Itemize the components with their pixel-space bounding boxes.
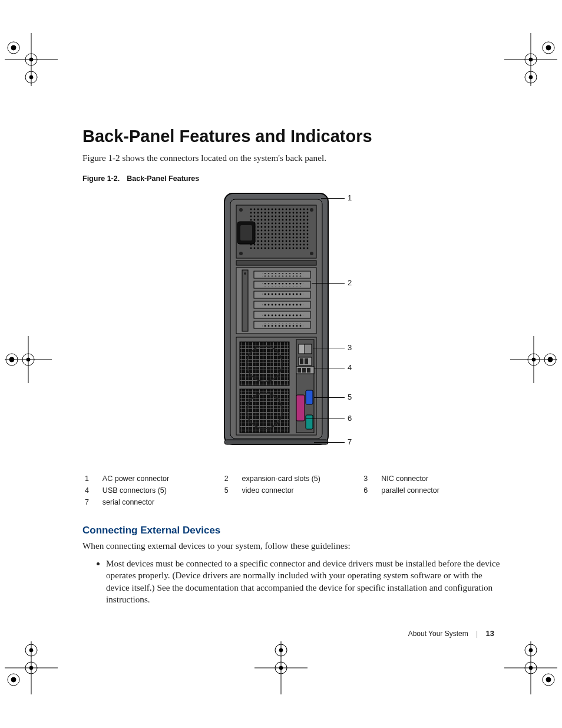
callout-4: 4 — [348, 363, 352, 372]
svg-point-4 — [25, 54, 37, 65]
svg-point-9 — [546, 45, 551, 50]
svg-rect-75 — [262, 293, 303, 297]
page-number: 13 — [486, 629, 494, 638]
legend-num: 4 — [82, 485, 100, 496]
guidelines-list: Most devices must be connected to a spec… — [82, 558, 501, 606]
svg-rect-63 — [236, 261, 316, 265]
body-paragraph: When connecting external devices to your… — [82, 540, 501, 552]
svg-rect-82 — [305, 344, 312, 354]
crop-mark-icon — [254, 641, 308, 694]
page-footer: About Your System | 13 — [408, 629, 494, 638]
callout-2: 2 — [348, 278, 352, 287]
figure-number: Figure 1-2. — [82, 174, 120, 183]
legend-label: USB connectors (5) — [100, 485, 222, 496]
svg-point-24 — [528, 354, 540, 365]
footer-section-title: About Your System — [408, 630, 468, 638]
legend-label: serial connector — [100, 496, 222, 508]
svg-point-40 — [275, 662, 287, 674]
svg-rect-89 — [307, 368, 310, 373]
svg-point-19 — [27, 358, 30, 361]
svg-point-60 — [310, 208, 313, 212]
callout-5: 5 — [348, 393, 352, 401]
svg-rect-56 — [250, 207, 309, 249]
legend-label: video connector — [240, 485, 362, 496]
legend-label: expansion-card slots (5) — [240, 473, 362, 485]
page-content: Back-Panel Features and Indicators Figur… — [82, 127, 501, 611]
footer-separator: | — [476, 630, 478, 638]
legend-num: 7 — [82, 496, 100, 508]
svg-rect-77 — [262, 313, 303, 317]
svg-point-46 — [525, 662, 537, 674]
svg-rect-76 — [262, 303, 303, 307]
figure-title: Back-Panel Features — [127, 174, 199, 183]
crop-mark-icon — [504, 33, 557, 86]
svg-rect-74 — [262, 283, 303, 286]
svg-point-26 — [544, 354, 556, 365]
crop-mark-icon — [510, 336, 557, 383]
list-item: Most devices must be connected to a spec… — [106, 558, 501, 606]
svg-rect-88 — [302, 368, 306, 373]
svg-point-18 — [22, 354, 34, 365]
svg-point-1 — [11, 45, 16, 50]
legend-label: parallel connector — [379, 485, 501, 496]
back-panel-diagram: 1 2 3 4 5 6 7 — [221, 190, 362, 449]
svg-point-25 — [532, 358, 535, 361]
svg-rect-91 — [296, 395, 305, 421]
svg-point-49 — [546, 677, 551, 682]
subsection-heading: Connecting External Devices — [82, 525, 501, 536]
svg-point-37 — [279, 648, 283, 652]
svg-point-62 — [310, 252, 313, 255]
svg-rect-90 — [306, 390, 313, 404]
svg-point-7 — [29, 75, 33, 79]
svg-point-15 — [529, 75, 533, 79]
crop-mark-icon — [5, 33, 58, 86]
svg-rect-97 — [224, 440, 328, 444]
section-heading: Back-Panel Features and Indicators — [82, 127, 501, 146]
svg-point-8 — [543, 42, 554, 54]
crop-mark-icon — [504, 641, 557, 694]
svg-point-43 — [529, 648, 533, 652]
figure-legend: 1 AC power connector 2 expansion-card sl… — [82, 473, 501, 508]
svg-rect-87 — [297, 368, 301, 373]
legend-label: NIC connector — [379, 473, 501, 485]
legend-num: 2 — [222, 473, 240, 485]
svg-point-28 — [25, 644, 37, 656]
svg-point-13 — [529, 58, 533, 61]
svg-point-5 — [29, 58, 33, 61]
svg-point-27 — [548, 357, 553, 362]
svg-rect-58 — [240, 225, 252, 241]
svg-point-47 — [529, 666, 533, 670]
svg-point-14 — [525, 71, 537, 83]
svg-point-6 — [25, 71, 37, 83]
legend-num: 5 — [222, 485, 240, 496]
callout-7: 7 — [348, 437, 352, 446]
callout-3: 3 — [348, 343, 352, 352]
svg-rect-65 — [242, 270, 248, 331]
legend-num: 6 — [361, 485, 379, 496]
svg-point-0 — [8, 42, 19, 54]
svg-point-61 — [239, 252, 243, 255]
svg-point-29 — [29, 648, 33, 652]
svg-point-32 — [25, 662, 37, 674]
crop-mark-icon — [5, 641, 58, 694]
svg-point-34 — [8, 674, 19, 686]
callout-1: 1 — [348, 193, 352, 202]
svg-rect-78 — [262, 323, 303, 327]
crop-mark-icon — [5, 336, 52, 383]
svg-point-41 — [279, 666, 283, 670]
svg-point-20 — [6, 354, 18, 365]
svg-point-36 — [275, 644, 287, 656]
intro-paragraph: Figure 1-2 shows the connectors located … — [82, 152, 501, 164]
legend-label: AC power connector — [100, 473, 222, 485]
callout-6: 6 — [348, 414, 352, 423]
legend-num: 1 — [82, 473, 100, 485]
svg-point-59 — [239, 208, 243, 212]
svg-point-12 — [525, 54, 537, 65]
svg-rect-84 — [300, 358, 303, 364]
svg-rect-73 — [262, 273, 303, 276]
svg-point-35 — [11, 677, 16, 682]
legend-num: 3 — [361, 473, 379, 485]
svg-point-66 — [244, 272, 246, 275]
figure: 1 2 3 4 5 6 7 — [82, 190, 501, 449]
svg-point-21 — [9, 357, 14, 362]
